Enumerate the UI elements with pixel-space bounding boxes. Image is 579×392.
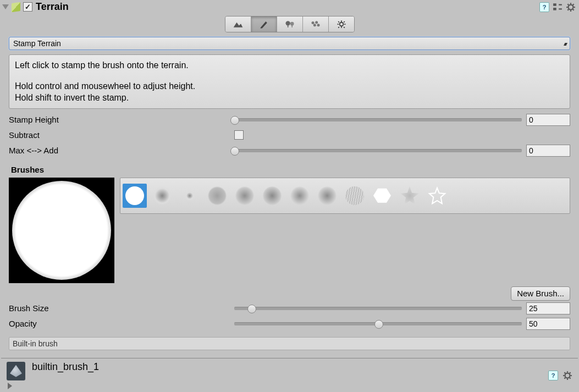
mode-settings[interactable] [329, 16, 354, 32]
brush-size-label: Brush Size [9, 303, 234, 313]
chevron-down-icon: ▴▾ [564, 41, 566, 47]
subtract-checkbox[interactable] [234, 130, 244, 140]
svg-point-5 [290, 22, 294, 26]
help-icon[interactable]: ? [539, 2, 549, 12]
max-add-label: Max <--> Add [9, 146, 234, 155]
mode-details[interactable] [303, 16, 329, 32]
svg-rect-4 [287, 25, 288, 27]
brush-size-field[interactable]: 25 [526, 302, 570, 314]
brush-swatch-4[interactable] [233, 184, 257, 208]
brush-swatch-2[interactable] [178, 184, 202, 208]
help-line: Left click to stamp the brush onto the t… [15, 59, 564, 71]
brush-swatch-1[interactable] [150, 184, 174, 208]
svg-point-3 [285, 21, 290, 25]
svg-rect-1 [553, 8, 556, 10]
help-line: Hold shift to invert the stamp. [15, 92, 564, 104]
opacity-slider[interactable] [234, 322, 522, 325]
svg-rect-0 [553, 3, 556, 6]
svg-point-2 [569, 4, 574, 9]
brush-palette [120, 178, 570, 214]
new-brush-button[interactable]: New Brush... [511, 286, 570, 301]
opacity-field[interactable]: 50 [526, 318, 570, 330]
component-title: Terrain [36, 1, 69, 13]
max-add-slider[interactable] [234, 149, 522, 152]
mode-raise-lower[interactable] [225, 16, 251, 32]
gear-icon[interactable] [566, 2, 576, 12]
help-icon[interactable]: ? [548, 371, 558, 380]
max-add-field[interactable]: 0 [526, 145, 570, 157]
svg-point-7 [311, 21, 314, 24]
mode-paint[interactable] [251, 16, 277, 32]
brushes-heading: Brushes [9, 158, 570, 178]
gear-icon[interactable] [563, 371, 572, 380]
asset-name: builtin_brush_1 [32, 361, 99, 373]
svg-point-8 [315, 21, 318, 24]
enable-checkbox[interactable] [23, 2, 32, 12]
opacity-label: Opacity [9, 319, 234, 328]
brush-swatch-0[interactable] [123, 184, 147, 208]
svg-point-9 [313, 24, 316, 26]
terrain-icon [12, 2, 20, 12]
brush-swatch-7[interactable] [315, 184, 339, 208]
unity-icon [7, 362, 25, 380]
svg-rect-6 [291, 25, 293, 27]
terrain-mode-toolbar [0, 16, 579, 32]
mode-trees[interactable] [277, 16, 303, 32]
terrain-tool-dropdown[interactable]: Stamp Terrain ▴▾ [9, 37, 570, 50]
brush-swatch-9[interactable] [370, 184, 394, 208]
brush-swatch-10[interactable] [398, 184, 422, 208]
svg-point-12 [565, 373, 570, 378]
brush-preview [9, 178, 114, 283]
brush-swatch-3[interactable] [205, 184, 229, 208]
brush-info-label: Built-in brush [9, 337, 570, 350]
brush-swatch-5[interactable] [260, 184, 284, 208]
collapse-toggle[interactable] [2, 4, 9, 9]
dropdown-value: Stamp Terrain [13, 39, 61, 48]
stamp-height-label: Stamp Height [9, 115, 234, 124]
brush-size-slider[interactable] [234, 307, 522, 310]
help-line: Hold control and mousewheel to adjust he… [15, 80, 564, 92]
preset-icon[interactable] [553, 2, 563, 12]
subtract-label: Subtract [9, 130, 234, 140]
asset-preview-footer: builtin_brush_1 ? [1, 358, 578, 390]
brush-swatch-6[interactable] [288, 184, 312, 208]
stamp-height-slider[interactable] [234, 118, 522, 122]
brush-swatch-11[interactable] [425, 184, 449, 208]
expand-asset-toggle[interactable] [8, 383, 12, 389]
inspector-header: Terrain ? [0, 0, 579, 15]
svg-point-10 [317, 24, 319, 26]
tool-help: Left click to stamp the brush onto the t… [9, 54, 570, 109]
svg-point-11 [339, 23, 343, 26]
brush-swatch-8[interactable] [343, 184, 367, 208]
stamp-height-field[interactable]: 0 [526, 114, 570, 126]
